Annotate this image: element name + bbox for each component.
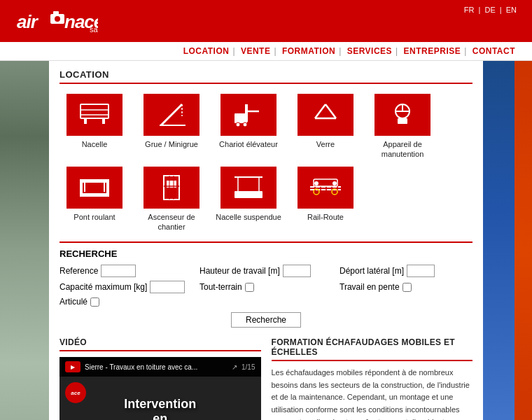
formation-paragraph1: Les échafaudages mobiles répondent à de … [272, 367, 473, 420]
video-title: VIDÉO [59, 337, 261, 351]
svg-rect-37 [234, 191, 262, 198]
pont-label: Pont roulant [74, 212, 115, 222]
logo: air nace sa [14, 7, 98, 35]
svg-rect-9 [84, 118, 87, 124]
hauteur-input[interactable] [283, 265, 311, 277]
svg-point-17 [236, 122, 240, 127]
grue-label: Grue / Minigrue [145, 139, 198, 149]
deport-input[interactable] [407, 265, 435, 277]
svg-text:sa: sa [90, 25, 98, 34]
svg-line-11 [161, 104, 182, 125]
video-section: VIDÉO Sierre - Travaux en toiture avec c… [59, 337, 261, 420]
left-sidebar-bg [0, 61, 49, 420]
nav-formation[interactable]: FORMATION [282, 46, 335, 56]
svg-point-49 [332, 181, 337, 186]
bottom-section: VIDÉO Sierre - Travaux en toiture avec c… [59, 337, 472, 420]
location-item-rail-route[interactable]: Rail-Route [290, 167, 360, 232]
svg-rect-31 [80, 193, 109, 197]
right-sidebar-bg [483, 61, 514, 420]
lang-en[interactable]: EN [506, 6, 517, 14]
nav-location[interactable]: LOCATION [183, 46, 230, 56]
travail-pente-field: Travail en pente [340, 281, 472, 293]
search-fields: Reference Hauteur de travail [m] Déport … [59, 265, 472, 307]
share-icon[interactable]: ↗ [232, 363, 237, 371]
channel-name: ace [71, 390, 80, 396]
svg-point-18 [243, 122, 247, 127]
location-item-nacelle-suspendue[interactable]: Nacelle suspendue [214, 167, 284, 232]
svg-point-3 [55, 16, 60, 22]
tout-terrain-checkbox[interactable] [245, 283, 254, 292]
ascenseur-icon-box [144, 167, 200, 209]
location-item-grue[interactable]: Grue / Minigrue [136, 94, 206, 160]
articule-checkbox[interactable] [90, 298, 99, 307]
search-section: RECHERCHE Reference Hauteur de travail [… [59, 241, 472, 328]
svg-line-20 [326, 104, 336, 118]
svg-rect-25 [398, 118, 407, 124]
capacite-field: Capacité maximum [kg] [59, 281, 192, 293]
pont-icon-box [66, 167, 122, 209]
main-content: LOCATION Nacelle Grue / Minigrue [49, 61, 483, 420]
nacelle-suspendue-icon-box [220, 167, 276, 209]
nav-contact[interactable]: CONTACT [472, 46, 515, 56]
articule-field: Articulé [59, 297, 192, 307]
nacelle-icon-box [66, 94, 122, 136]
main-wrapper: LOCATION Nacelle Grue / Minigrue [0, 61, 532, 420]
video-counter: 1/15 [241, 363, 255, 371]
chariot-label: Chariot élévateur [219, 139, 278, 149]
location-item-ascenseur[interactable]: Ascenseur de chantier [136, 167, 206, 232]
rail-route-icon-box [298, 167, 354, 209]
search-btn-row: Recherche [59, 312, 472, 328]
chariot-icon-box [220, 94, 276, 136]
tout-terrain-field: Tout-terrain [200, 281, 332, 293]
nacelle-suspendue-label: Nacelle suspendue [216, 212, 281, 222]
location-title: LOCATION [59, 69, 472, 84]
far-right-bg [514, 61, 532, 420]
hauteur-field: Hauteur de travail [m] [200, 265, 332, 277]
nav-bar: LOCATION| VENTE| FORMATION| SERVICES| EN… [0, 42, 532, 61]
video-channel-logo: ace [65, 382, 86, 403]
youtube-logo [65, 361, 80, 372]
lang-de[interactable]: DE [484, 6, 495, 14]
grue-icon-box [144, 94, 200, 136]
location-item-verre[interactable]: Verre [290, 94, 360, 160]
location-item-appareil[interactable]: Appareil de manutention [368, 94, 438, 160]
travail-pente-checkbox[interactable] [402, 283, 412, 292]
lang-fr[interactable]: FR [464, 6, 475, 14]
deport-field: Déport latéral [m] [340, 265, 472, 277]
location-item-pont[interactable]: Pont roulant [59, 167, 130, 232]
location-item-chariot[interactable]: Chariot élévateur [214, 94, 284, 160]
header: air nace sa FR | DE | EN [0, 0, 532, 42]
nacelle-label: Nacelle [82, 139, 108, 149]
svg-rect-29 [84, 179, 85, 192]
formation-section: FORMATION ÉCHAFAUDAGES MOBILES ET ÉCHELL… [272, 337, 473, 420]
svg-rect-6 [80, 104, 108, 118]
appareil-icon-box [374, 94, 430, 136]
svg-rect-10 [102, 118, 105, 124]
reference-input[interactable] [101, 265, 136, 277]
nav-entreprise[interactable]: ENTREPRISE [404, 46, 461, 56]
search-button[interactable]: Recherche [231, 312, 301, 328]
video-overlay-text: Interventionen [124, 397, 196, 420]
svg-line-19 [315, 104, 326, 118]
appareil-label: Appareil de manutention [368, 139, 438, 160]
video-thumbnail[interactable]: Sierre - Travaux en toiture avec ca... ↗… [59, 357, 261, 420]
video-title-text: Sierre - Travaux en toiture avec ca... [85, 363, 227, 371]
svg-point-48 [314, 181, 318, 186]
nav-vente[interactable]: VENTE [241, 46, 271, 56]
location-grid: Nacelle Grue / Minigrue Chariot élévateu… [59, 94, 472, 232]
formation-title: FORMATION ÉCHAFAUDAGES MOBILES ET ÉCHELL… [272, 337, 473, 361]
video-main-area[interactable]: ace Interventionen [59, 377, 261, 420]
svg-rect-2 [53, 11, 59, 15]
rail-route-label: Rail-Route [307, 212, 344, 222]
svg-rect-16 [234, 113, 247, 123]
youtube-bar: Sierre - Travaux en toiture avec ca... ↗… [59, 357, 261, 377]
capacite-input[interactable] [150, 281, 185, 293]
ascenseur-label: Ascenseur de chantier [136, 212, 206, 232]
location-item-nacelle[interactable]: Nacelle [59, 94, 130, 160]
nav-services[interactable]: SERVICES [347, 46, 392, 56]
svg-rect-30 [104, 179, 105, 192]
verre-label: Verre [316, 139, 335, 149]
search-title: RECHERCHE [59, 248, 472, 259]
reference-field: Reference [59, 265, 192, 277]
verre-icon-box [298, 94, 354, 136]
